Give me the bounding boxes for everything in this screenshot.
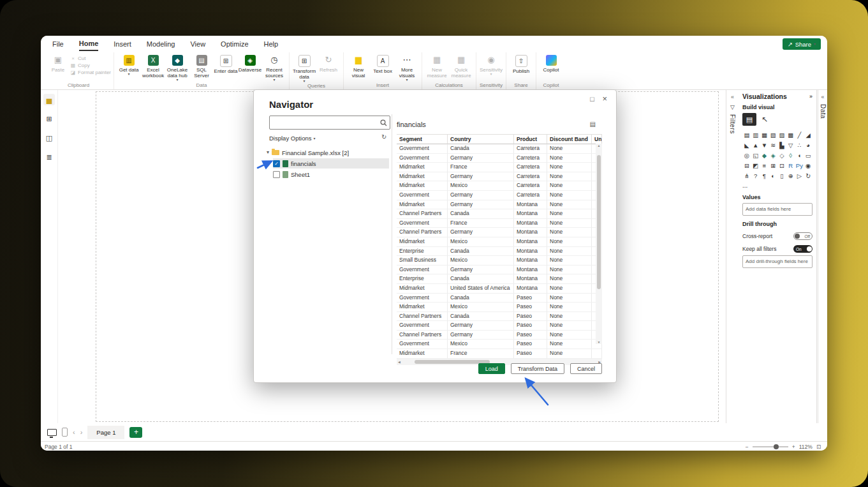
- sensitivity-button[interactable]: ◉ Sensitivity▾: [479, 54, 503, 75]
- scrollbar-thumb[interactable]: [597, 155, 601, 289]
- collapse-visualizations-icon[interactable]: »: [809, 93, 813, 100]
- matrix-icon[interactable]: ⊡: [777, 160, 786, 170]
- pie-chart-icon[interactable]: ◕: [804, 140, 813, 150]
- load-button[interactable]: Load: [478, 363, 505, 374]
- preview-sheet-icon[interactable]: ▤: [590, 121, 596, 128]
- menu-modeling[interactable]: Modeling: [147, 38, 175, 50]
- zoom-out-icon[interactable]: −: [746, 444, 749, 450]
- python-icon[interactable]: Py: [795, 160, 804, 170]
- paste-button[interactable]: ▣ Paste: [46, 54, 70, 73]
- menu-view[interactable]: View: [190, 38, 205, 50]
- clustered-bar-chart-icon[interactable]: ▦: [760, 130, 769, 140]
- 100-stacked-column-chart-icon[interactable]: ▩: [786, 130, 795, 140]
- excel-workbook-button[interactable]: X Excel workbook: [141, 54, 165, 79]
- page-tab[interactable]: Page 1: [87, 426, 124, 439]
- financials-checkbox[interactable]: ✓: [273, 160, 280, 167]
- desktop-layout-icon[interactable]: [47, 429, 57, 436]
- fit-to-page-icon[interactable]: ⊡: [816, 444, 821, 450]
- power-automate-icon[interactable]: ↻: [804, 170, 813, 181]
- add-page-button[interactable]: +: [129, 427, 142, 438]
- values-field-well[interactable]: Add data fields here: [742, 203, 813, 216]
- shape-map-icon[interactable]: ◇: [777, 150, 786, 160]
- transform-data-button[interactable]: ⊞ Transform data▾: [292, 54, 316, 82]
- waterfall-chart-icon[interactable]: ▙: [777, 140, 786, 150]
- recent-sources-button[interactable]: ◷ Recent sources▾: [262, 54, 286, 81]
- paginated-report-icon[interactable]: ▯: [777, 170, 786, 181]
- menu-file[interactable]: File: [52, 38, 64, 50]
- get-data-button[interactable]: ▥ Get data▾: [117, 54, 141, 75]
- qa-icon[interactable]: ?: [751, 170, 760, 181]
- dax-query-view-icon[interactable]: ≣: [43, 151, 55, 163]
- build-visual-selected-icon[interactable]: ▤: [742, 113, 756, 126]
- area-chart-icon[interactable]: ◢: [804, 130, 813, 140]
- display-options-dropdown[interactable]: Display Options ▾: [269, 135, 316, 142]
- tree-item-sheet1[interactable]: Sheet1: [273, 169, 389, 179]
- more-visuals-button[interactable]: ⋯ More visuals▾: [395, 54, 419, 81]
- table-icon[interactable]: ⊞: [769, 160, 777, 170]
- copilot-button[interactable]: Copilot: [539, 54, 563, 73]
- line-and-clustered-column-chart-icon[interactable]: ▲: [751, 140, 760, 150]
- stacked-column-chart-icon[interactable]: ▥: [751, 130, 760, 140]
- stacked-area-chart-icon[interactable]: ◣: [742, 140, 751, 150]
- onelake-data-hub-button[interactable]: ◆ OneLake data hub▾: [165, 54, 189, 81]
- dataverse-button[interactable]: ◈ Dataverse: [238, 54, 262, 73]
- 100-stacked-bar-chart-icon[interactable]: ▨: [777, 130, 786, 140]
- card-icon[interactable]: ▭: [804, 150, 813, 160]
- vertical-scrollbar[interactable]: ▲ ▼: [596, 144, 602, 344]
- zoom-in-icon[interactable]: +: [792, 444, 795, 450]
- tree-item-financials[interactable]: ✓ financials: [273, 158, 389, 169]
- new-visual-button[interactable]: ▆ New visual: [346, 54, 371, 79]
- zoom-slider-thumb[interactable]: [774, 444, 779, 449]
- line-chart-icon[interactable]: ╱: [795, 130, 804, 140]
- filled-map-icon[interactable]: ◈: [769, 150, 777, 160]
- scroll-down-icon[interactable]: ▼: [598, 340, 601, 344]
- publish-button[interactable]: ⇧ Publish: [509, 54, 533, 74]
- refresh-button[interactable]: ↻ Refresh: [316, 54, 341, 73]
- sheet1-checkbox[interactable]: [273, 171, 280, 178]
- decomposition-tree-icon[interactable]: ⋔: [742, 170, 751, 181]
- azure-map-icon[interactable]: ◊: [786, 150, 795, 160]
- on-object-pointer-icon[interactable]: ↖: [761, 115, 768, 124]
- scroll-left-icon[interactable]: ◀: [398, 360, 401, 364]
- tree-expander-icon[interactable]: ▾: [267, 151, 269, 154]
- copy-button[interactable]: ▦Copy: [70, 63, 111, 68]
- ribbon-chart-icon[interactable]: ≋: [769, 140, 777, 150]
- treemap-icon[interactable]: ◱: [751, 150, 760, 160]
- keep-all-filters-toggle[interactable]: On: [793, 245, 813, 253]
- metrics-icon[interactable]: ◐: [769, 170, 777, 181]
- cut-button[interactable]: ×Cut: [70, 56, 111, 61]
- next-page-icon[interactable]: ›: [80, 428, 83, 436]
- slicer-icon[interactable]: ≡: [760, 160, 769, 170]
- zoom-slider[interactable]: [753, 446, 788, 447]
- power-apps-icon[interactable]: ▷: [795, 170, 804, 181]
- mobile-layout-icon[interactable]: [62, 428, 68, 437]
- prev-page-icon[interactable]: ‹: [73, 428, 75, 436]
- enter-data-button[interactable]: ⊞ Enter data: [214, 54, 238, 74]
- scatter-chart-icon[interactable]: ∴: [795, 140, 804, 150]
- kpi-icon[interactable]: ◩: [751, 160, 760, 170]
- donut-chart-icon[interactable]: ◎: [742, 150, 751, 160]
- clustered-column-chart-icon[interactable]: ▧: [769, 130, 777, 140]
- format-painter-button[interactable]: ◪Format painter: [70, 70, 111, 75]
- map-icon[interactable]: ◆: [760, 150, 769, 160]
- gauge-icon[interactable]: ◖: [795, 150, 804, 160]
- menu-home[interactable]: Home: [79, 37, 99, 51]
- scroll-up-icon[interactable]: ▲: [598, 144, 601, 147]
- funnel-chart-icon[interactable]: ▽: [786, 140, 795, 150]
- text-box-button[interactable]: A Text box: [371, 54, 395, 74]
- close-icon[interactable]: ×: [602, 94, 607, 103]
- r-script-icon[interactable]: R: [786, 160, 795, 170]
- transform-data-button-dialog[interactable]: Transform Data: [511, 363, 564, 374]
- expand-filters-icon[interactable]: «: [731, 94, 734, 100]
- tree-root-item[interactable]: ▾ Financial Sample.xlsx [2]: [267, 147, 349, 158]
- share-button[interactable]: ↗ Share ▾: [783, 38, 821, 50]
- multi-row-card-icon[interactable]: ⊟: [742, 160, 751, 170]
- refresh-preview-icon[interactable]: ↻: [381, 133, 386, 140]
- stacked-bar-chart-icon[interactable]: ▤: [742, 130, 751, 140]
- search-input[interactable]: [270, 119, 380, 126]
- expand-data-icon[interactable]: «: [821, 94, 824, 100]
- quick-measure-button[interactable]: ▦ Quick measure: [449, 54, 473, 79]
- table-view-icon[interactable]: ⊞: [43, 113, 55, 124]
- line-and-stacked-column-chart-icon[interactable]: ▼: [760, 140, 769, 150]
- maximize-icon[interactable]: □: [590, 95, 594, 103]
